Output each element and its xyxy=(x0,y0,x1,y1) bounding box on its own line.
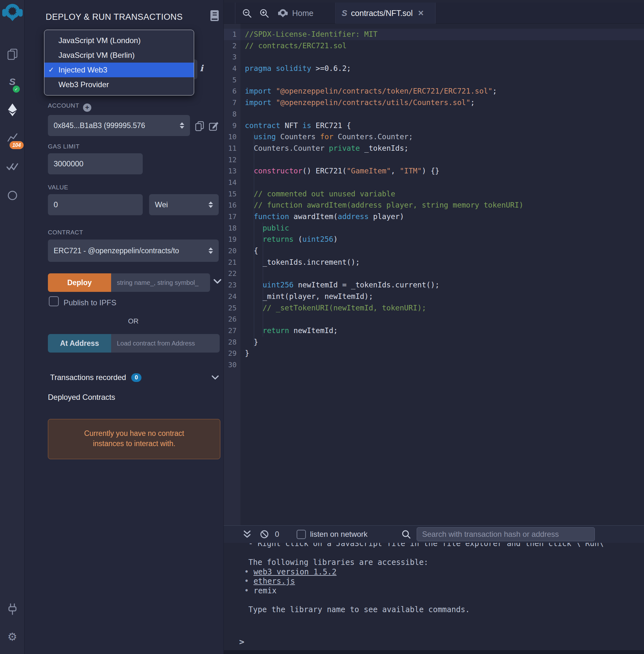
zoom-in-button[interactable] xyxy=(259,8,269,20)
line-number: 14 xyxy=(224,177,240,188)
code-text xyxy=(240,314,245,325)
listen-network-label: listen on network xyxy=(310,526,368,543)
remix-logo[interactable] xyxy=(0,2,25,22)
code-line[interactable]: 7import "@openzeppelin/contracts/utils/C… xyxy=(224,97,644,109)
tab-nft-sol[interactable]: S contracts/NFT.sol ✕ xyxy=(336,3,436,24)
code-line[interactable]: 5 xyxy=(224,74,644,86)
value-input[interactable] xyxy=(48,194,143,215)
sidebar-item-sourcify[interactable] xyxy=(0,189,25,202)
code-line[interactable]: 17 function awardItem(address player) xyxy=(224,211,644,223)
code-line[interactable]: 24 _mint(player, newItemId); xyxy=(224,291,644,302)
sidebar-item-settings[interactable]: ⚙ xyxy=(0,630,25,644)
environment-option-label: Web3 Provider xyxy=(59,80,109,89)
copy-account-button[interactable] xyxy=(195,121,204,133)
sidebar-item-solidity-compiler[interactable]: S xyxy=(0,75,25,88)
code-line[interactable]: 11 Counters.Counter private _tokenIds; xyxy=(224,143,644,154)
deploy-expand-button[interactable] xyxy=(213,278,222,286)
code-line[interactable]: 30 xyxy=(224,359,644,371)
contract-value: ERC721 - @openzeppelin/contracts/to xyxy=(54,247,206,255)
code-text xyxy=(240,51,245,63)
code-line[interactable]: 25 // _setTokenURI(newItemId, tokenURI); xyxy=(224,302,644,314)
sidebar-item-deploy-run[interactable] xyxy=(0,103,25,117)
terminal-line-text: remix xyxy=(254,586,276,595)
code-line[interactable]: 6import "@openzeppelin/contracts/token/E… xyxy=(224,86,644,97)
environment-option-label: Injected Web3 xyxy=(59,65,107,74)
environment-option[interactable]: Web3 Provider xyxy=(44,77,194,92)
code-line[interactable]: 8 xyxy=(224,109,644,120)
sidebar-item-file-explorer[interactable] xyxy=(0,48,25,61)
terminal-prompt[interactable]: > xyxy=(239,637,244,647)
at-address-input[interactable] xyxy=(111,334,220,353)
transactions-recorded-label: Transactions recorded xyxy=(50,373,126,382)
close-tab-icon[interactable]: ✕ xyxy=(418,9,424,18)
terminal-line-text: The following libraries are accessible: xyxy=(248,558,429,567)
code-line[interactable]: 18 public xyxy=(224,223,644,234)
tab-home[interactable]: Home xyxy=(272,3,336,24)
environment-option[interactable]: JavaScript VM (Berlin) xyxy=(44,48,194,63)
account-select[interactable]: 0x845...B1aB3 (999995.576 xyxy=(48,115,190,136)
sign-message-button[interactable] xyxy=(208,121,219,133)
code-line[interactable]: 13 constructor() ERC721("GameItem", "ITM… xyxy=(224,165,644,177)
sidebar-item-unit-testing[interactable] xyxy=(0,160,25,173)
code-line[interactable]: 27 return newItemId; xyxy=(224,325,644,337)
terminal-collapse-button[interactable] xyxy=(243,526,251,543)
code-text xyxy=(240,74,245,86)
line-number: 10 xyxy=(224,131,240,143)
listen-network-checkbox[interactable] xyxy=(297,530,306,539)
code-line[interactable]: 21 _tokenIds.increment(); xyxy=(224,257,644,268)
value-unit-select[interactable]: Wei xyxy=(149,194,219,215)
code-text: { xyxy=(240,245,258,257)
deploy-args-input[interactable] xyxy=(111,273,210,292)
code-line[interactable]: 29} xyxy=(224,348,644,359)
code-line[interactable]: 4pragma solidity >=0.6.2; xyxy=(224,63,644,74)
transactions-expand-button[interactable] xyxy=(211,374,220,382)
line-number: 28 xyxy=(224,337,240,348)
terminal-link-line[interactable]: web3 version 1.5.2 xyxy=(224,567,644,577)
code-line[interactable]: 10 using Counters for Counters.Counter; xyxy=(224,131,644,143)
code-line[interactable]: 19 returns (uint256) xyxy=(224,234,644,245)
code-line[interactable]: 12 xyxy=(224,154,644,166)
create-account-icon[interactable]: + xyxy=(83,104,91,112)
environment-option[interactable]: JavaScript VM (London) xyxy=(44,33,194,48)
clear-console-button[interactable] xyxy=(259,526,269,543)
publish-ipfs-checkbox[interactable] xyxy=(49,296,59,306)
code-line[interactable]: 3 xyxy=(224,51,644,63)
code-line[interactable]: 22 xyxy=(224,268,644,279)
at-address-button[interactable]: At Address xyxy=(48,334,111,353)
code-line[interactable]: 15 // commented out unused variable xyxy=(224,188,644,200)
gas-limit-input[interactable] xyxy=(48,153,143,174)
deploy-button[interactable]: Deploy xyxy=(48,273,111,292)
code-line[interactable]: 14 xyxy=(224,177,644,188)
code-line[interactable]: 23 uint256 newItemId = _tokenIds.current… xyxy=(224,279,644,291)
code-line[interactable]: 26 xyxy=(224,314,644,325)
remix-logo-icon xyxy=(2,2,23,22)
code-text xyxy=(240,359,245,371)
environment-option[interactable]: ✓Injected Web3 xyxy=(44,63,194,77)
terminal-link-line[interactable]: ethers.js xyxy=(224,577,644,586)
code-line[interactable]: 20 { xyxy=(224,245,644,257)
chevron-down-icon xyxy=(213,278,222,285)
code-line[interactable]: 2// contracts/ERC721.sol xyxy=(224,40,644,52)
zoom-out-button[interactable] xyxy=(242,8,252,20)
ban-icon xyxy=(259,529,269,539)
value-unit-stepper[interactable] xyxy=(208,202,213,208)
code-line[interactable]: 1//SPDX-License-Identifier: MIT xyxy=(224,29,644,40)
code-line[interactable]: 16 // function awardItem(address player,… xyxy=(224,200,644,211)
code-editor[interactable]: 1//SPDX-License-Identifier: MIT2// contr… xyxy=(224,29,644,371)
sidebar-item-plugin-manager[interactable] xyxy=(0,602,25,616)
documentation-icon[interactable] xyxy=(209,9,220,23)
contract-select[interactable]: ERC721 - @openzeppelin/contracts/to xyxy=(48,240,219,262)
environment-option-label: JavaScript VM (London) xyxy=(59,36,140,45)
code-line[interactable]: 9contract NFT is ERC721 { xyxy=(224,120,644,132)
icon-rail: S ✓ 104 ⚙ xyxy=(0,0,25,654)
contract-stepper[interactable] xyxy=(208,247,213,254)
account-value: 0x845...B1aB3 (999995.576 xyxy=(54,121,177,130)
terminal-search-input[interactable] xyxy=(417,527,595,541)
code-line[interactable]: 28 } xyxy=(224,337,644,348)
terminal-scrollbar[interactable] xyxy=(224,650,644,654)
environment-info-icon[interactable]: i xyxy=(200,63,203,73)
account-stepper[interactable] xyxy=(180,122,184,129)
line-number: 18 xyxy=(224,223,240,234)
book-icon xyxy=(209,9,220,22)
code-text: uint256 newItemId = _tokenIds.current(); xyxy=(240,279,439,291)
